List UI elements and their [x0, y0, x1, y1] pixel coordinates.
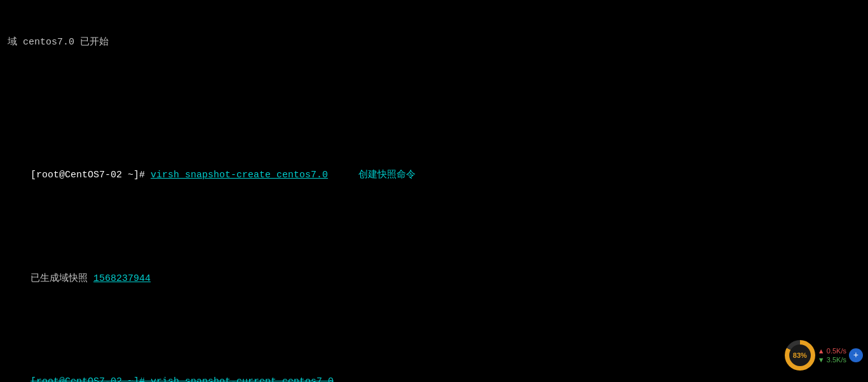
- snapshot-created-prefix: 已生成域快照: [31, 273, 93, 284]
- down-arrow: ▼: [818, 356, 825, 364]
- upload-speed: ▲ 0.5K/s: [818, 347, 846, 355]
- net-speeds-panel: ▲ 0.5K/s ▼ 3.5K/s: [818, 347, 846, 364]
- widget-expand-button[interactable]: +: [849, 348, 863, 362]
- line-snapshot-created: 已生成域快照 1568237944: [8, 256, 860, 301]
- up-arrow: ▲: [818, 347, 825, 355]
- snapshot-number: 1568237944: [93, 273, 151, 284]
- line-cmd-snapshot-create: [root@CentOS7-02 ~]# virsh snapshot-crea…: [8, 153, 860, 198]
- prompt-1: [root@CentOS7-02 ~]#: [31, 170, 151, 181]
- annotation-snapshot-create: 创建快照命令: [347, 170, 416, 181]
- network-widget: 83% ▲ 0.5K/s ▼ 3.5K/s +: [785, 340, 863, 371]
- terminal-window: 域 centos7.0 已开始 [root@CentOS7-02 ~]# vir…: [0, 0, 868, 382]
- line-blank: [8, 79, 860, 93]
- cpu-percent: 83%: [789, 344, 811, 366]
- line-domain-started: 域 centos7.0 已开始: [8, 35, 860, 50]
- download-speed: ▼ 3.5K/s: [818, 356, 846, 364]
- cmd-text-1: virsh snapshot-create centos7.0: [151, 170, 328, 181]
- cpu-circle: 83%: [785, 340, 815, 371]
- cmd-strikethrough: [root@CentOS7-02 ~]# vrish snapshot-curr…: [31, 376, 334, 382]
- line-cmd-strikethrough: [root@CentOS7-02 ~]# vrish snapshot-curr…: [8, 360, 860, 382]
